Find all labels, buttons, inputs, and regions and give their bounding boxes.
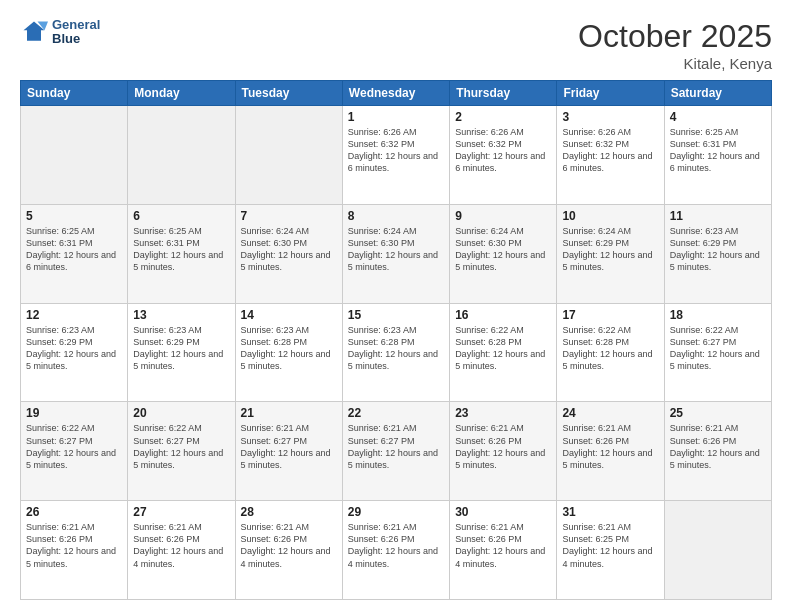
calendar-header-row: SundayMondayTuesdayWednesdayThursdayFrid… (21, 81, 772, 106)
day-number: 5 (26, 209, 122, 223)
day-info: Sunrise: 6:23 AM Sunset: 6:29 PM Dayligh… (26, 324, 122, 373)
day-info: Sunrise: 6:23 AM Sunset: 6:28 PM Dayligh… (241, 324, 337, 373)
calendar-cell (21, 106, 128, 205)
day-info: Sunrise: 6:21 AM Sunset: 6:26 PM Dayligh… (348, 521, 444, 570)
calendar-cell: 2Sunrise: 6:26 AM Sunset: 6:32 PM Daylig… (450, 106, 557, 205)
calendar-cell: 8Sunrise: 6:24 AM Sunset: 6:30 PM Daylig… (342, 204, 449, 303)
day-info: Sunrise: 6:23 AM Sunset: 6:29 PM Dayligh… (133, 324, 229, 373)
calendar-cell: 24Sunrise: 6:21 AM Sunset: 6:26 PM Dayli… (557, 402, 664, 501)
day-number: 23 (455, 406, 551, 420)
day-number: 1 (348, 110, 444, 124)
calendar-cell: 25Sunrise: 6:21 AM Sunset: 6:26 PM Dayli… (664, 402, 771, 501)
calendar-cell: 12Sunrise: 6:23 AM Sunset: 6:29 PM Dayli… (21, 303, 128, 402)
calendar-cell: 28Sunrise: 6:21 AM Sunset: 6:26 PM Dayli… (235, 501, 342, 600)
day-number: 14 (241, 308, 337, 322)
calendar-cell: 29Sunrise: 6:21 AM Sunset: 6:26 PM Dayli… (342, 501, 449, 600)
day-info: Sunrise: 6:21 AM Sunset: 6:26 PM Dayligh… (455, 422, 551, 471)
day-info: Sunrise: 6:25 AM Sunset: 6:31 PM Dayligh… (670, 126, 766, 175)
title-block: October 2025 Kitale, Kenya (578, 18, 772, 72)
day-number: 3 (562, 110, 658, 124)
day-number: 7 (241, 209, 337, 223)
col-header-saturday: Saturday (664, 81, 771, 106)
day-number: 29 (348, 505, 444, 519)
day-number: 20 (133, 406, 229, 420)
calendar-cell: 19Sunrise: 6:22 AM Sunset: 6:27 PM Dayli… (21, 402, 128, 501)
calendar-cell (235, 106, 342, 205)
calendar-cell: 9Sunrise: 6:24 AM Sunset: 6:30 PM Daylig… (450, 204, 557, 303)
day-number: 4 (670, 110, 766, 124)
col-header-wednesday: Wednesday (342, 81, 449, 106)
day-info: Sunrise: 6:21 AM Sunset: 6:26 PM Dayligh… (562, 422, 658, 471)
day-info: Sunrise: 6:21 AM Sunset: 6:26 PM Dayligh… (455, 521, 551, 570)
page: General Blue October 2025 Kitale, Kenya … (0, 0, 792, 612)
day-info: Sunrise: 6:25 AM Sunset: 6:31 PM Dayligh… (133, 225, 229, 274)
calendar-cell: 31Sunrise: 6:21 AM Sunset: 6:25 PM Dayli… (557, 501, 664, 600)
day-number: 12 (26, 308, 122, 322)
logo-line1: General (52, 18, 100, 32)
day-number: 19 (26, 406, 122, 420)
day-info: Sunrise: 6:21 AM Sunset: 6:26 PM Dayligh… (670, 422, 766, 471)
calendar-cell: 26Sunrise: 6:21 AM Sunset: 6:26 PM Dayli… (21, 501, 128, 600)
header: General Blue October 2025 Kitale, Kenya (20, 18, 772, 72)
calendar-cell (664, 501, 771, 600)
calendar-cell: 11Sunrise: 6:23 AM Sunset: 6:29 PM Dayli… (664, 204, 771, 303)
calendar-cell: 22Sunrise: 6:21 AM Sunset: 6:27 PM Dayli… (342, 402, 449, 501)
day-number: 30 (455, 505, 551, 519)
col-header-monday: Monday (128, 81, 235, 106)
day-number: 6 (133, 209, 229, 223)
day-info: Sunrise: 6:22 AM Sunset: 6:28 PM Dayligh… (562, 324, 658, 373)
calendar-cell: 3Sunrise: 6:26 AM Sunset: 6:32 PM Daylig… (557, 106, 664, 205)
calendar-cell: 17Sunrise: 6:22 AM Sunset: 6:28 PM Dayli… (557, 303, 664, 402)
calendar-cell: 10Sunrise: 6:24 AM Sunset: 6:29 PM Dayli… (557, 204, 664, 303)
day-info: Sunrise: 6:24 AM Sunset: 6:29 PM Dayligh… (562, 225, 658, 274)
day-number: 8 (348, 209, 444, 223)
day-info: Sunrise: 6:24 AM Sunset: 6:30 PM Dayligh… (241, 225, 337, 274)
day-number: 18 (670, 308, 766, 322)
day-number: 21 (241, 406, 337, 420)
calendar-week-row: 1Sunrise: 6:26 AM Sunset: 6:32 PM Daylig… (21, 106, 772, 205)
calendar-cell: 20Sunrise: 6:22 AM Sunset: 6:27 PM Dayli… (128, 402, 235, 501)
day-info: Sunrise: 6:24 AM Sunset: 6:30 PM Dayligh… (455, 225, 551, 274)
calendar-cell: 27Sunrise: 6:21 AM Sunset: 6:26 PM Dayli… (128, 501, 235, 600)
day-number: 2 (455, 110, 551, 124)
calendar-cell: 5Sunrise: 6:25 AM Sunset: 6:31 PM Daylig… (21, 204, 128, 303)
day-info: Sunrise: 6:22 AM Sunset: 6:27 PM Dayligh… (133, 422, 229, 471)
calendar-cell: 23Sunrise: 6:21 AM Sunset: 6:26 PM Dayli… (450, 402, 557, 501)
logo-text: General Blue (52, 18, 100, 47)
calendar-cell: 14Sunrise: 6:23 AM Sunset: 6:28 PM Dayli… (235, 303, 342, 402)
calendar-cell: 30Sunrise: 6:21 AM Sunset: 6:26 PM Dayli… (450, 501, 557, 600)
day-number: 15 (348, 308, 444, 322)
col-header-tuesday: Tuesday (235, 81, 342, 106)
day-info: Sunrise: 6:26 AM Sunset: 6:32 PM Dayligh… (562, 126, 658, 175)
calendar-cell: 4Sunrise: 6:25 AM Sunset: 6:31 PM Daylig… (664, 106, 771, 205)
day-info: Sunrise: 6:21 AM Sunset: 6:25 PM Dayligh… (562, 521, 658, 570)
calendar-cell: 13Sunrise: 6:23 AM Sunset: 6:29 PM Dayli… (128, 303, 235, 402)
day-number: 9 (455, 209, 551, 223)
calendar-cell: 16Sunrise: 6:22 AM Sunset: 6:28 PM Dayli… (450, 303, 557, 402)
day-number: 28 (241, 505, 337, 519)
day-number: 26 (26, 505, 122, 519)
location: Kitale, Kenya (578, 55, 772, 72)
day-info: Sunrise: 6:26 AM Sunset: 6:32 PM Dayligh… (348, 126, 444, 175)
day-number: 24 (562, 406, 658, 420)
day-info: Sunrise: 6:22 AM Sunset: 6:27 PM Dayligh… (26, 422, 122, 471)
day-number: 16 (455, 308, 551, 322)
day-number: 27 (133, 505, 229, 519)
day-info: Sunrise: 6:22 AM Sunset: 6:28 PM Dayligh… (455, 324, 551, 373)
day-number: 17 (562, 308, 658, 322)
logo: General Blue (20, 18, 100, 47)
calendar-week-row: 19Sunrise: 6:22 AM Sunset: 6:27 PM Dayli… (21, 402, 772, 501)
day-info: Sunrise: 6:21 AM Sunset: 6:27 PM Dayligh… (241, 422, 337, 471)
day-number: 11 (670, 209, 766, 223)
logo-line2: Blue (52, 32, 100, 46)
day-info: Sunrise: 6:23 AM Sunset: 6:28 PM Dayligh… (348, 324, 444, 373)
month-title: October 2025 (578, 18, 772, 55)
calendar-cell: 1Sunrise: 6:26 AM Sunset: 6:32 PM Daylig… (342, 106, 449, 205)
day-info: Sunrise: 6:25 AM Sunset: 6:31 PM Dayligh… (26, 225, 122, 274)
day-info: Sunrise: 6:24 AM Sunset: 6:30 PM Dayligh… (348, 225, 444, 274)
day-info: Sunrise: 6:21 AM Sunset: 6:26 PM Dayligh… (241, 521, 337, 570)
calendar-cell: 6Sunrise: 6:25 AM Sunset: 6:31 PM Daylig… (128, 204, 235, 303)
day-number: 10 (562, 209, 658, 223)
day-number: 25 (670, 406, 766, 420)
calendar-week-row: 12Sunrise: 6:23 AM Sunset: 6:29 PM Dayli… (21, 303, 772, 402)
